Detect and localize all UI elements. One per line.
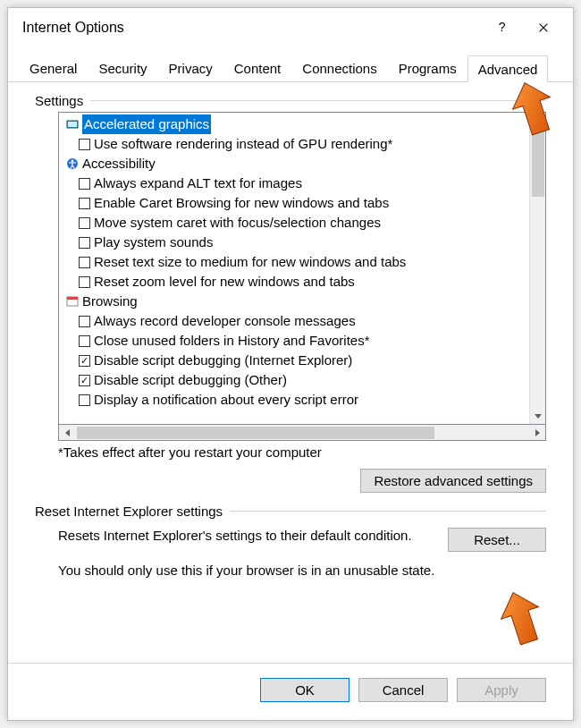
tree-label: Play system sounds xyxy=(94,233,213,252)
checkbox[interactable] xyxy=(79,335,90,347)
reset-description: Resets Internet Explorer's settings to t… xyxy=(58,528,426,543)
tree-label: Always record developer console messages xyxy=(94,311,356,331)
checkbox[interactable] xyxy=(79,198,90,209)
dialog-buttons: OK Cancel Apply xyxy=(8,663,573,720)
tree-category[interactable]: Accelerated graphics xyxy=(59,114,529,134)
tree-item[interactable]: Use software rendering instead of GPU re… xyxy=(59,134,529,154)
tree-item[interactable]: Disable script debugging (Other) xyxy=(59,370,529,390)
tab-privacy[interactable]: Privacy xyxy=(158,55,223,81)
tree-item[interactable]: Play system sounds xyxy=(59,233,529,252)
tree-label: Disable script debugging (Internet Explo… xyxy=(94,351,352,370)
tree-label: Accelerated graphics xyxy=(82,114,211,134)
tree-category[interactable]: Accessibility xyxy=(59,154,529,174)
tab-security[interactable]: Security xyxy=(88,55,157,81)
restore-advanced-button[interactable]: Restore advanced settings xyxy=(360,469,546,493)
tree-item[interactable]: Always record developer console messages xyxy=(59,311,529,331)
internet-options-dialog: Internet Options ? GeneralSecurityPrivac… xyxy=(7,7,574,721)
tree-label: Display a notification about every scrip… xyxy=(94,390,358,410)
dialog-content: Settings Accelerated graphicsUse softwar… xyxy=(8,82,573,663)
checkbox[interactable] xyxy=(79,316,90,327)
tree-label: Reset text size to medium for new window… xyxy=(94,252,406,272)
checkbox[interactable] xyxy=(79,394,90,406)
help-icon[interactable]: ? xyxy=(482,15,523,40)
hscroll-track[interactable] xyxy=(75,425,529,440)
checkbox[interactable] xyxy=(79,237,90,249)
tab-advanced[interactable]: Advanced xyxy=(467,55,549,82)
tree-item[interactable]: Close unused folders in History and Favo… xyxy=(59,331,529,351)
tree-label: Disable script debugging (Other) xyxy=(94,370,287,390)
scroll-right-icon[interactable] xyxy=(529,425,545,440)
checkbox[interactable] xyxy=(79,257,90,268)
close-icon[interactable] xyxy=(523,15,564,40)
tree-label: Accessibility xyxy=(82,154,156,174)
scroll-down-icon[interactable] xyxy=(530,408,545,424)
checkbox[interactable] xyxy=(79,276,90,288)
tab-programs[interactable]: Programs xyxy=(388,55,467,81)
reset-button[interactable]: Reset... xyxy=(448,528,546,552)
reset-row: Resets Internet Explorer's settings to t… xyxy=(58,528,546,552)
tree-item[interactable]: Display a notification about every scrip… xyxy=(59,390,529,410)
cancel-button[interactable]: Cancel xyxy=(358,678,448,702)
svg-text:?: ? xyxy=(499,21,506,34)
accessibility-icon xyxy=(66,157,79,170)
checkbox[interactable] xyxy=(79,355,90,367)
tree-item[interactable]: Reset text size to medium for new window… xyxy=(59,252,529,272)
settings-tree[interactable]: Accelerated graphicsUse software renderi… xyxy=(59,113,529,424)
reset-warning: You should only use this if your browser… xyxy=(58,563,546,578)
tree-label: Reset zoom level for new windows and tab… xyxy=(94,272,355,292)
divider xyxy=(230,511,546,512)
restart-note: *Takes effect after you restart your com… xyxy=(58,444,546,460)
titlebar: Internet Options ? xyxy=(8,8,573,47)
checkbox[interactable] xyxy=(79,178,90,190)
tree-category[interactable]: Browsing xyxy=(59,292,529,311)
svg-point-4 xyxy=(72,160,74,163)
reset-section-text: Reset Internet Explorer settings xyxy=(35,504,223,519)
tab-general[interactable]: General xyxy=(19,55,88,81)
divider xyxy=(90,100,546,101)
vertical-scrollbar[interactable] xyxy=(529,113,545,424)
tree-item[interactable]: Disable script debugging (Internet Explo… xyxy=(59,351,529,370)
tree-label: Always expand ALT text for images xyxy=(94,174,302,193)
tree-label: Enable Caret Browsing for new windows an… xyxy=(94,193,389,213)
svg-rect-2 xyxy=(68,122,77,127)
settings-group-label: Settings xyxy=(35,93,546,108)
tree-item[interactable]: Enable Caret Browsing for new windows an… xyxy=(59,193,529,213)
tab-connections[interactable]: Connections xyxy=(291,55,387,81)
ok-button[interactable]: OK xyxy=(260,678,349,702)
scroll-left-icon[interactable] xyxy=(59,425,75,440)
settings-tree-container: Accelerated graphicsUse software renderi… xyxy=(58,112,546,425)
tab-content[interactable]: Content xyxy=(223,55,292,81)
checkbox[interactable] xyxy=(79,217,90,229)
tree-item[interactable]: Move system caret with focus/selection c… xyxy=(59,213,529,233)
scrollbar-thumb[interactable] xyxy=(532,131,544,197)
tree-label: Browsing xyxy=(82,292,138,311)
tree-item[interactable]: Reset zoom level for new windows and tab… xyxy=(59,272,529,292)
settings-label-text: Settings xyxy=(35,93,83,108)
tree-label: Use software rendering instead of GPU re… xyxy=(94,134,392,154)
horizontal-scrollbar[interactable] xyxy=(58,425,546,441)
dialog-title: Internet Options xyxy=(22,20,482,36)
reset-section-label: Reset Internet Explorer settings xyxy=(35,504,546,519)
hscroll-thumb[interactable] xyxy=(77,427,434,439)
apply-button[interactable]: Apply xyxy=(457,678,546,702)
graphics-icon xyxy=(66,118,79,131)
browsing-icon xyxy=(66,295,79,308)
tree-label: Close unused folders in History and Favo… xyxy=(94,331,369,351)
tabs-row: GeneralSecurityPrivacyContentConnections… xyxy=(8,47,573,82)
svg-rect-6 xyxy=(67,297,78,300)
scroll-up-icon[interactable] xyxy=(530,113,545,129)
checkbox[interactable] xyxy=(79,375,90,386)
tree-item[interactable]: Always expand ALT text for images xyxy=(59,174,529,193)
tree-label: Move system caret with focus/selection c… xyxy=(94,213,381,233)
checkbox[interactable] xyxy=(79,139,90,150)
